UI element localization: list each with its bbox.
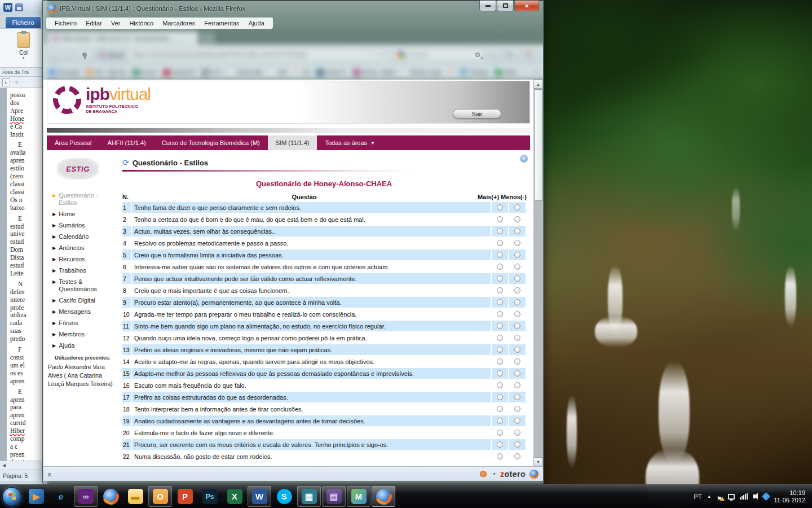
firefox-icon[interactable]	[529, 470, 539, 479]
taskbar-internet-explorer[interactable]: e	[49, 486, 73, 507]
volume-icon[interactable]	[753, 494, 756, 498]
taskbar-skype[interactable]: S	[272, 486, 296, 507]
firefox-titlebar[interactable]: IPB.Virtual : SIM (11/1.4) : Questionári…	[43, 1, 544, 16]
menos-radio[interactable]	[514, 347, 520, 353]
mais-radio[interactable]	[497, 394, 503, 400]
menubar-item-ajuda[interactable]: Ajuda	[245, 19, 268, 28]
taskbar-remote-app[interactable]: ▦	[297, 486, 321, 507]
mais-radio[interactable]	[497, 406, 503, 412]
dropbox-icon[interactable]	[761, 492, 770, 501]
menos-radio[interactable]	[514, 287, 520, 294]
sidebar-item-calend-rio[interactable]: ▶Calendário	[52, 233, 117, 240]
portal-tab-curso-de-tecnologia-biom-dica-m-[interactable]: Curso de Tecnologia Biomédica (M)	[154, 135, 268, 150]
mais-radio[interactable]	[497, 335, 503, 341]
mais-radio[interactable]	[497, 430, 503, 436]
scroll-up-button[interactable]: ▲	[533, 80, 543, 89]
sidebar-item-f-runs[interactable]: ▶Fóruns	[52, 319, 117, 327]
menos-radio[interactable]	[514, 311, 520, 317]
mais-radio[interactable]	[497, 453, 503, 459]
mais-radio[interactable]	[497, 240, 503, 246]
sidebar-item-testes-question-rios[interactable]: ▶Testes & Questionários	[52, 278, 117, 293]
language-indicator[interactable]: PT	[694, 493, 702, 500]
refresh-icon[interactable]: ⟳	[122, 158, 129, 167]
display-icon[interactable]	[728, 494, 735, 500]
action-center-icon[interactable]	[717, 493, 723, 500]
taskbar-windows-media-player[interactable]: ▶	[24, 486, 48, 507]
mais-radio[interactable]	[497, 287, 503, 294]
mais-radio[interactable]	[497, 358, 503, 365]
menos-radio[interactable]	[514, 252, 520, 258]
taskbar-word[interactable]: W	[248, 486, 271, 507]
menubar-item-histórico[interactable]: Histórico	[125, 19, 157, 28]
menubar-item-editar[interactable]: Editar	[82, 19, 106, 28]
sidebar-item-membros[interactable]: ▶Membros	[52, 331, 117, 338]
restore-button[interactable]	[497, 1, 514, 11]
menubar-item-ficheiro[interactable]: Ficheiro	[51, 19, 81, 28]
menos-radio[interactable]	[514, 441, 520, 448]
mais-radio[interactable]	[497, 323, 503, 329]
mais-radio[interactable]	[497, 228, 503, 234]
mais-radio[interactable]	[497, 418, 503, 424]
taskbar-photoshop[interactable]: Ps	[198, 486, 222, 507]
menos-radio[interactable]	[514, 453, 520, 459]
paste-label[interactable]: Col	[0, 50, 47, 56]
sidebar-item-recursos[interactable]: ▶Recursos	[52, 256, 117, 263]
taskbar-firefox-focused[interactable]	[372, 486, 395, 507]
word-hscrollbar[interactable]: ◀	[0, 461, 47, 470]
paste-caret-icon[interactable]: ▾	[0, 56, 47, 60]
network-signal-icon[interactable]	[740, 493, 748, 500]
taskbar-visual-studio[interactable]: ∞	[74, 486, 98, 507]
taskbar-outlook[interactable]: O	[148, 486, 172, 507]
minimize-button[interactable]	[479, 1, 496, 11]
menubar-item-ver[interactable]: Ver	[107, 19, 125, 28]
menos-radio[interactable]	[514, 323, 520, 329]
menos-radio[interactable]	[514, 370, 520, 376]
mais-radio[interactable]	[497, 370, 503, 376]
help-icon[interactable]: ?	[520, 155, 528, 163]
taskbar-windows-explorer[interactable]: ▬	[123, 486, 147, 507]
menos-radio[interactable]	[514, 264, 520, 270]
paste-icon[interactable]	[17, 32, 30, 48]
save-icon[interactable]	[15, 3, 23, 11]
scroll-down-button[interactable]: ▼	[533, 457, 543, 466]
mais-radio[interactable]	[497, 311, 503, 317]
sidebar-item-sum-rios[interactable]: ▶Sumários	[52, 222, 117, 229]
menos-radio[interactable]	[514, 430, 520, 436]
scrollbar-thumb[interactable]	[534, 89, 542, 201]
menos-radio[interactable]	[514, 358, 520, 365]
menubar-item-ferramentas[interactable]: Ferramentas	[200, 19, 243, 28]
menos-radio[interactable]	[514, 394, 520, 400]
mais-radio[interactable]	[497, 299, 503, 305]
taskbar-excel[interactable]: X	[223, 486, 246, 507]
mais-radio[interactable]	[497, 382, 503, 388]
menos-radio[interactable]	[514, 216, 520, 222]
taskbar-firefox[interactable]	[99, 486, 122, 507]
word-document[interactable]: possudosApreHonee CaInstitEavaliaaprenes…	[0, 88, 47, 461]
taskbar-powerpoint[interactable]: P	[173, 486, 197, 507]
mais-radio[interactable]	[497, 347, 503, 353]
mais-radio[interactable]	[497, 275, 503, 282]
portal-tab--rea-pessoal[interactable]: Área Pessoal	[47, 135, 99, 150]
word-file-tab[interactable]: Ficheiro	[6, 17, 41, 28]
menos-radio[interactable]	[514, 406, 520, 412]
zotero-addon-icon[interactable]	[480, 471, 487, 477]
mais-radio[interactable]	[497, 216, 503, 222]
sidebar-item-question-rio-estilos[interactable]: ▶Questionário - Estilos	[52, 192, 117, 207]
menos-radio[interactable]	[514, 382, 520, 388]
menos-radio[interactable]	[514, 240, 520, 246]
sidebar-item-trabalhos[interactable]: ▶Trabalhos	[52, 267, 117, 274]
portal-tab-sim-11-1-4-[interactable]: SIM (11/1.4)	[268, 135, 317, 150]
sidebar-item-cacifo-digital[interactable]: ▶Cacifo Digital	[52, 297, 117, 304]
menos-radio[interactable]	[514, 204, 520, 211]
start-button[interactable]	[2, 487, 21, 506]
tab-selector[interactable]: L	[2, 78, 10, 86]
page-scrollbar[interactable]: ▲ ▼	[533, 80, 543, 466]
portal-tab-ahfii-11-1-4-[interactable]: AHFII (11/1.4)	[99, 135, 153, 150]
mais-radio[interactable]	[497, 204, 503, 211]
menubar-item-marcadores[interactable]: Marcadores	[158, 19, 199, 28]
close-button[interactable]: ×	[514, 1, 539, 11]
menos-radio[interactable]	[514, 275, 520, 282]
mais-radio[interactable]	[497, 252, 503, 258]
sidebar-item-mensagens[interactable]: ▶Mensagens	[52, 308, 117, 316]
sidebar-item-ajuda[interactable]: ▶Ajuda	[52, 342, 117, 349]
